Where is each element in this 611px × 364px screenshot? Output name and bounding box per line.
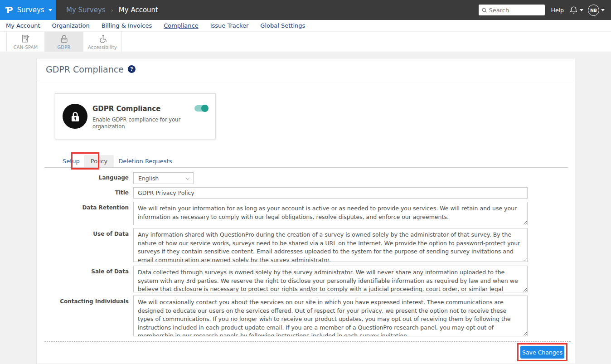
tab-compliance[interactable]: Compliance bbox=[164, 22, 199, 29]
gdpr-compliance-card: GDPR Compliance Enable GDPR compliance f… bbox=[55, 93, 216, 139]
page-title: GDPR Compliance bbox=[46, 64, 124, 74]
avatar: NB bbox=[588, 5, 599, 16]
chevron-down-icon bbox=[580, 9, 583, 11]
data-retention-textarea[interactable]: We will retain your information for as l… bbox=[133, 202, 528, 225]
compliance-icon-tabs: CAN-SPAM GDPR Accessibility bbox=[0, 32, 611, 52]
tab-my-account[interactable]: My Account bbox=[6, 22, 40, 29]
lock-badge bbox=[63, 104, 87, 129]
user-menu[interactable]: NB bbox=[588, 5, 605, 16]
breadcrumb-separator-icon: › bbox=[111, 7, 113, 14]
navbar-right-group: Help NB bbox=[479, 5, 611, 16]
tab-gdpr[interactable]: GDPR bbox=[45, 32, 83, 52]
tab-can-spam[interactable]: CAN-SPAM bbox=[6, 32, 45, 52]
search-icon bbox=[481, 7, 487, 13]
chevron-down-icon bbox=[48, 9, 52, 11]
panel-header: GDPR Compliance ? bbox=[37, 58, 575, 80]
product-switcher[interactable]: Ƥ Surveys bbox=[0, 0, 56, 20]
sale-of-data-textarea[interactable]: Data collected through surveys is owned … bbox=[133, 266, 528, 292]
content-panel: GDPR Compliance ? GDPR Compliance Enable… bbox=[36, 58, 575, 364]
sale-of-data-label: Sale of Data bbox=[44, 268, 129, 275]
tab-issue-tracker[interactable]: Issue Tracker bbox=[210, 22, 249, 29]
lock-icon bbox=[59, 34, 69, 44]
account-tabs: My Account Organization Billing & Invoic… bbox=[0, 20, 611, 32]
tab-policy[interactable]: Policy bbox=[84, 155, 114, 167]
tab-label: Accessibility bbox=[88, 45, 117, 50]
title-input[interactable] bbox=[133, 187, 528, 199]
top-navbar: Ƥ Surveys My Surveys › My Account Help N… bbox=[0, 0, 611, 20]
notifications-menu[interactable] bbox=[569, 6, 583, 15]
language-label: Language bbox=[44, 175, 129, 181]
tab-global-settings[interactable]: Global Settings bbox=[260, 22, 305, 29]
tab-billing-invoices[interactable]: Billing & Invoices bbox=[102, 22, 152, 29]
gdpr-toggle[interactable] bbox=[194, 105, 208, 112]
breadcrumb: My Surveys › My Account bbox=[66, 6, 158, 14]
language-selected-value: English bbox=[138, 175, 159, 182]
wheelchair-icon bbox=[98, 34, 107, 44]
memo-icon bbox=[21, 34, 30, 44]
toggle-knob-icon bbox=[201, 105, 209, 112]
policy-tabs: Setup Policy Deletion Requests bbox=[58, 155, 176, 167]
contacting-individuals-textarea[interactable]: We will occasionally contact you about t… bbox=[133, 296, 528, 336]
contacting-individuals-label: Contacting Individuals bbox=[44, 298, 129, 305]
use-of-data-label: Use of Data bbox=[44, 231, 129, 237]
title-label: Title bbox=[44, 189, 129, 196]
tab-accessibility[interactable]: Accessibility bbox=[83, 32, 122, 52]
lock-icon bbox=[69, 110, 82, 123]
language-select[interactable]: English bbox=[133, 172, 194, 184]
tab-organization[interactable]: Organization bbox=[52, 22, 90, 29]
tab-deletion-requests[interactable]: Deletion Requests bbox=[114, 155, 176, 167]
bell-icon bbox=[569, 6, 578, 15]
card-title: GDPR Compliance bbox=[92, 105, 160, 113]
save-changes-button[interactable]: Save Changes bbox=[520, 346, 564, 359]
data-retention-label: Data Retention bbox=[44, 204, 129, 211]
help-circle-icon[interactable]: ? bbox=[128, 65, 136, 73]
tab-label: GDPR bbox=[57, 45, 70, 50]
breadcrumb-my-account: My Account bbox=[119, 6, 158, 14]
product-name: Surveys bbox=[17, 6, 44, 14]
use-of-data-textarea[interactable]: Any information shared with QuestionPro … bbox=[133, 228, 528, 262]
questionpro-logo-icon: Ƥ bbox=[6, 5, 13, 15]
search-input[interactable] bbox=[489, 7, 541, 14]
chevron-down-icon bbox=[601, 9, 605, 11]
tabs-divider bbox=[44, 167, 568, 168]
search-box[interactable] bbox=[479, 5, 545, 15]
card-subtitle: Enable GDPR compliance for your organiza… bbox=[92, 116, 210, 130]
footer-divider bbox=[44, 341, 571, 342]
breadcrumb-my-surveys[interactable]: My Surveys bbox=[66, 6, 106, 14]
help-link[interactable]: Help bbox=[551, 7, 564, 14]
tab-setup[interactable]: Setup bbox=[58, 155, 84, 167]
chevron-down-icon bbox=[185, 175, 190, 180]
tab-label: CAN-SPAM bbox=[14, 45, 38, 50]
